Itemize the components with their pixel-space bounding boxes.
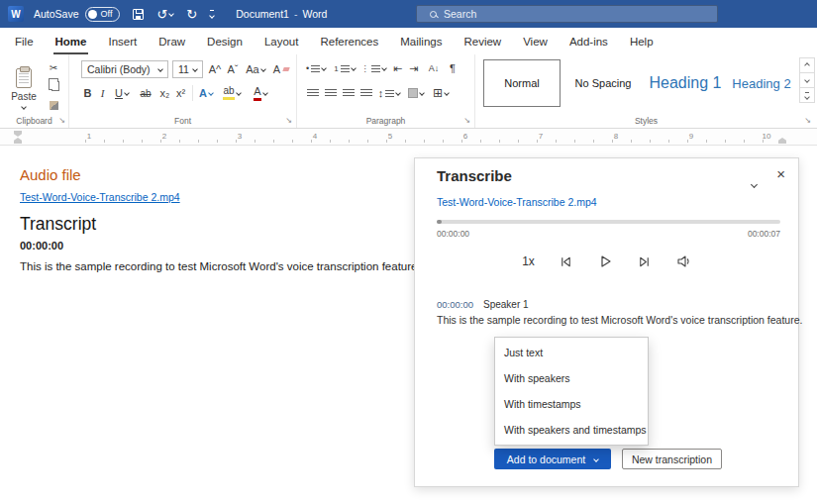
style-normal[interactable]: Normal <box>483 59 561 107</box>
tab-file[interactable]: File <box>4 28 45 54</box>
underline-button[interactable]: U <box>111 85 133 101</box>
style-heading-1[interactable]: Heading 1 <box>646 59 725 107</box>
volume-button[interactable] <box>675 253 691 269</box>
italic-button[interactable]: I <box>97 85 108 101</box>
paste-button[interactable]: Paste <box>7 58 41 118</box>
shading-icon <box>408 88 418 98</box>
divider <box>192 85 193 101</box>
list-lines-icon <box>385 90 394 97</box>
tab-mailings[interactable]: Mailings <box>389 28 453 54</box>
pane-collapse-button[interactable] <box>752 173 757 191</box>
save-button[interactable] <box>133 9 144 20</box>
playhead[interactable] <box>437 220 442 224</box>
styles-dialog-launcher[interactable]: ↘ <box>804 117 811 125</box>
styles-scroll-up-button[interactable] <box>799 57 815 73</box>
strikethrough-button[interactable]: ab <box>137 85 154 101</box>
numbering-button[interactable]: 1 <box>332 60 357 76</box>
style-heading-2[interactable]: Heading 2 <box>729 59 794 107</box>
change-case-button[interactable]: Aa <box>244 60 267 78</box>
tab-add-ins[interactable]: Add-ins <box>559 28 619 54</box>
styles-gallery-expand-button[interactable] <box>799 87 815 103</box>
search-input[interactable]: Search <box>416 5 718 23</box>
copy-icon <box>51 81 59 91</box>
audio-file-link[interactable]: Test-Word-Voice-Transcribe 2.mp4 <box>20 191 180 203</box>
tab-layout[interactable]: Layout <box>254 28 310 54</box>
font-dialog-launcher[interactable]: ↘ <box>285 117 292 125</box>
font-color-button[interactable]: A <box>249 85 272 101</box>
justify-button[interactable] <box>358 86 373 100</box>
customize-quick-access-button[interactable] <box>210 10 214 18</box>
autosave-state: Off <box>101 9 113 19</box>
menu-item-just-text[interactable]: Just text <box>495 340 648 365</box>
entry-timestamp[interactable]: 00:00:00 <box>437 299 473 310</box>
first-line-indent-marker[interactable] <box>14 131 22 137</box>
align-right-button[interactable] <box>341 86 356 100</box>
transcript-body-text: This is the sample recording to test Mic… <box>20 260 421 272</box>
tab-review[interactable]: Review <box>453 28 512 54</box>
shading-button[interactable] <box>406 86 426 100</box>
menu-item-with-speakers[interactable]: With speakers <box>495 365 648 391</box>
format-painter-button[interactable] <box>45 98 62 112</box>
tab-design[interactable]: Design <box>196 28 254 54</box>
styles-scroll-down-button[interactable] <box>799 72 815 88</box>
clipboard-dialog-launcher[interactable]: ↘ <box>58 117 65 125</box>
sort-button[interactable]: A↓ <box>424 60 444 76</box>
menu-item-with-speakers-and-timestamps[interactable]: With speakers and timestamps <box>495 417 648 443</box>
tab-insert[interactable]: Insert <box>97 28 148 54</box>
paragraph-dialog-launcher[interactable]: ↘ <box>463 117 470 125</box>
justify-icon <box>360 89 372 98</box>
font-size-select[interactable]: 11 <box>172 60 203 78</box>
new-transcription-button[interactable]: New transcription <box>622 449 722 469</box>
tab-home[interactable]: Home <box>45 28 98 54</box>
styles-gallery-scroll <box>799 58 815 103</box>
copy-button[interactable] <box>45 78 62 92</box>
entry-speaker[interactable]: Speaker 1 <box>483 299 529 310</box>
tab-draw[interactable]: Draw <box>148 28 196 54</box>
hanging-indent-marker[interactable] <box>14 138 22 144</box>
titlebar: W AutoSave Off ↺ ↻ Document1 - Word Sear… <box>0 0 817 28</box>
increase-indent-button[interactable]: ⇥ <box>406 60 421 76</box>
autosave-toggle[interactable]: Off <box>85 7 121 22</box>
line-spacing-button[interactable]: ↕ <box>377 86 401 100</box>
cut-button[interactable]: ✂ <box>45 60 62 74</box>
playback-speed-button[interactable]: 1x <box>522 254 535 268</box>
highlight-button[interactable]: ab <box>219 85 245 101</box>
skip-forward-button[interactable] <box>637 254 652 269</box>
playback-progress-bar[interactable] <box>437 220 780 224</box>
show-formatting-marks-button[interactable]: ¶ <box>446 60 460 76</box>
right-indent-marker[interactable] <box>778 138 786 144</box>
multilevel-list-icon: ⋮ <box>361 64 369 73</box>
superscript-button[interactable]: x² <box>173 85 188 101</box>
pane-audio-file-link[interactable]: Test-Word-Voice-Transcribe 2.mp4 <box>437 196 597 208</box>
chevron-down-icon <box>168 11 174 17</box>
style-no-spacing[interactable]: No Spacing <box>564 59 642 107</box>
tab-help[interactable]: Help <box>619 28 664 54</box>
paste-label: Paste <box>11 91 37 102</box>
pane-close-button[interactable]: × <box>776 165 785 182</box>
borders-button[interactable]: ⊞ <box>430 86 452 100</box>
ruler[interactable]: 1 2 3 4 5 6 7 8 9 10 <box>0 129 817 146</box>
tab-view[interactable]: View <box>512 28 559 54</box>
grow-font-button[interactable]: A^ <box>207 60 223 78</box>
skip-back-button[interactable] <box>559 254 573 269</box>
text-effects-button[interactable]: A <box>197 85 215 101</box>
multilevel-list-button[interactable]: ⋮ <box>360 60 386 76</box>
redo-button[interactable]: ↻ <box>186 8 197 21</box>
bullets-icon: • <box>306 63 309 73</box>
add-to-document-button[interactable]: Add to document <box>494 449 611 469</box>
shrink-font-button[interactable]: Aˇ <box>225 60 241 78</box>
tab-references[interactable]: References <box>309 28 389 54</box>
bold-button[interactable]: B <box>81 85 94 101</box>
entry-text[interactable]: This is the sample recording to test Mic… <box>437 314 802 326</box>
play-button[interactable] <box>597 253 613 269</box>
bullets-button[interactable]: • <box>303 60 329 76</box>
font-family-select[interactable]: Calibri (Body) <box>81 60 168 78</box>
chevron-down-icon <box>208 90 214 96</box>
subscript-button[interactable]: x₂ <box>157 85 172 101</box>
menu-item-with-timestamps[interactable]: With timestamps <box>495 391 648 417</box>
decrease-indent-button[interactable]: ⇤ <box>390 60 405 76</box>
clear-formatting-button[interactable]: A <box>270 60 292 78</box>
align-center-button[interactable] <box>323 86 338 100</box>
align-left-button[interactable] <box>305 86 320 100</box>
undo-button[interactable]: ↺ <box>156 8 173 21</box>
